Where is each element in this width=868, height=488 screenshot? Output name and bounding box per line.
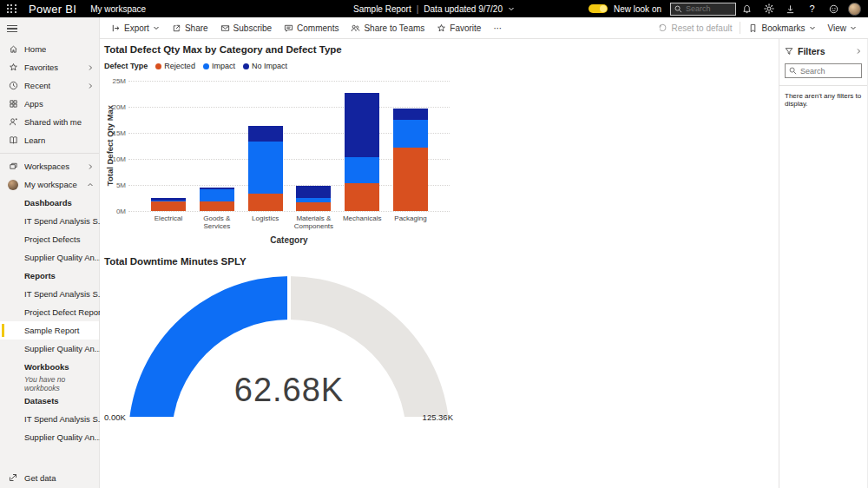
sidebar-item-it-spend-analysis-s[interactable]: IT Spend Analysis S...: [0, 285, 99, 303]
sidebar-item-it-spend-analysis-s[interactable]: IT Spend Analysis S...: [0, 410, 99, 428]
stacked-bar-goods-services[interactable]: [200, 188, 234, 211]
sidebar-item-label: Shared with me: [24, 117, 82, 127]
x-axis-title: Category: [128, 235, 450, 245]
bar-segment-rejected[interactable]: [151, 201, 186, 211]
bookmarks-button[interactable]: Bookmarks: [742, 17, 821, 39]
report-breadcrumb[interactable]: Sample Report | Data updated 9/7/20: [353, 4, 515, 14]
stacked-bar-logistics[interactable]: [248, 126, 283, 211]
bar-segment-impact[interactable]: [393, 120, 428, 148]
settings-gear-icon[interactable]: [758, 0, 779, 17]
sidebar-item-project-defects[interactable]: Project Defects: [0, 230, 99, 248]
user-avatar[interactable]: [848, 3, 861, 16]
more-options-button[interactable]: ⋯: [487, 17, 508, 39]
new-look-toggle[interactable]: [589, 4, 608, 13]
sidebar-item-recent[interactable]: Recent: [0, 76, 99, 95]
export-button[interactable]: Export: [105, 17, 166, 39]
app-launcher-icon[interactable]: [7, 4, 16, 14]
bar-segment-impact[interactable]: [200, 189, 234, 201]
filters-panel: Filters There aren't any filters to disp…: [779, 39, 868, 488]
home-icon: [7, 44, 19, 54]
sidebar-item-supplier-quality-an[interactable]: Supplier Quality An...: [0, 428, 99, 446]
hamburger-menu-icon[interactable]: [7, 23, 17, 35]
download-icon[interactable]: [779, 0, 801, 17]
bar-segment-no-impact[interactable]: [345, 93, 379, 157]
data-updated-label: Data updated 9/7/20: [424, 4, 503, 14]
reset-to-default-button[interactable]: Reset to default: [652, 17, 738, 39]
filter-funnel-icon: [785, 47, 793, 56]
legend-item-impact[interactable]: Impact: [203, 62, 235, 70]
sidebar-item-shared-with-me[interactable]: Shared with me: [0, 113, 99, 131]
bar-segment-rejected[interactable]: [393, 148, 428, 211]
favorite-button[interactable]: Favorite: [431, 17, 487, 39]
sidebar-item-learn[interactable]: Learn: [0, 131, 99, 149]
sidebar-nav: HomeFavoritesRecentAppsShared with meLea…: [0, 40, 99, 149]
sidebar-item-label: Home: [24, 44, 46, 54]
sidebar-item-apps[interactable]: Apps: [0, 95, 99, 113]
bar-segment-rejected[interactable]: [248, 194, 283, 211]
sidebar-item-label: Favorites: [24, 63, 58, 72]
sidebar-item-favorites[interactable]: Favorites: [0, 58, 99, 76]
notifications-bell-icon[interactable]: [736, 0, 758, 17]
topbar-search[interactable]: [670, 3, 736, 16]
sidebar-divider: [0, 153, 99, 154]
stacked-bar-mechanicals[interactable]: [345, 93, 379, 211]
bar-segment-no-impact[interactable]: [393, 109, 428, 120]
collapse-panel-chevron-icon[interactable]: [855, 48, 862, 55]
share-to-teams-button[interactable]: Share to Teams: [345, 17, 431, 39]
subscribe-button[interactable]: Subscribe: [214, 17, 278, 39]
sidebar-sections: DashboardsIT Spend Analysis S...Project …: [0, 194, 99, 446]
toolbar-button-label: Favorite: [450, 23, 481, 33]
report-canvas: Total Defect Qty Max by Category and Def…: [100, 39, 779, 488]
sidebar-empty-note: You have no workbooks: [0, 376, 99, 392]
sidebar-item-home[interactable]: Home: [0, 40, 99, 58]
topbar-workspace-link[interactable]: My workspace: [90, 4, 146, 14]
bar-segment-no-impact[interactable]: [296, 186, 331, 198]
help-icon[interactable]: ?: [801, 0, 823, 17]
search-icon: [674, 5, 682, 13]
legend-item-no-impact[interactable]: No Impact: [243, 62, 287, 70]
gridline: [128, 81, 450, 82]
filters-search[interactable]: [785, 63, 862, 78]
search-icon: [789, 67, 797, 75]
get-data-button[interactable]: Get data: [0, 467, 99, 488]
legend-dot: [243, 63, 249, 69]
share-button[interactable]: Share: [166, 17, 214, 39]
stacked-bar-materials-components[interactable]: [296, 186, 331, 211]
view-button[interactable]: View: [822, 17, 864, 39]
sidebar-item-sample-report[interactable]: Sample Report: [0, 321, 99, 340]
topbar-search-input[interactable]: [686, 4, 733, 13]
stacked-bar-electrical[interactable]: [151, 198, 186, 211]
filters-search-input[interactable]: [800, 67, 861, 76]
comments-button[interactable]: Comments: [278, 17, 345, 39]
bar-segment-impact[interactable]: [345, 157, 379, 183]
bar-segment-no-impact[interactable]: [248, 126, 283, 142]
sidebar-item-workspaces[interactable]: Workspaces: [0, 157, 99, 175]
chevron-down-icon[interactable]: [508, 5, 515, 12]
comments-icon: [284, 23, 293, 33]
bar-segment-rejected[interactable]: [345, 183, 379, 211]
sidebar-item-it-spend-analysis-s[interactable]: IT Spend Analysis S...: [0, 212, 99, 230]
sidebar-item-my-workspace[interactable]: My workspace: [0, 175, 99, 194]
bar-chart-plot-area: 0M5M10M15M20M25M: [128, 81, 450, 211]
get-data-icon: [7, 473, 19, 482]
bar-segment-impact[interactable]: [248, 142, 283, 194]
stacked-bar-packaging[interactable]: [393, 109, 428, 211]
app-title: Power BI: [29, 3, 76, 16]
clock-icon: [7, 81, 19, 90]
toolbar-button-label: Share to Teams: [364, 23, 424, 33]
x-axis-tick-label: Logistics: [240, 214, 292, 222]
legend-dot: [155, 63, 161, 69]
bar-chart-title: Total Defect Qty Max by Category and Def…: [104, 44, 469, 55]
legend-item-rejected[interactable]: Rejected: [155, 62, 195, 70]
breadcrumb-separator: |: [417, 4, 419, 14]
legend-label: No Impact: [252, 62, 287, 70]
feedback-smiley-icon[interactable]: [823, 0, 845, 17]
y-axis-tick-label: 20M: [105, 103, 126, 111]
sidebar-section-header: Reports: [0, 267, 99, 285]
sidebar-item-project-defect-report[interactable]: Project Defect Report: [0, 303, 99, 321]
sidebar-item-supplier-quality-an[interactable]: Supplier Quality An...: [0, 248, 99, 267]
bar-segment-rejected[interactable]: [296, 202, 331, 211]
sidebar-item-supplier-quality-an[interactable]: Supplier Quality An...: [0, 340, 99, 358]
sidebar-item-label: Apps: [24, 99, 43, 109]
bar-segment-rejected[interactable]: [200, 201, 234, 211]
